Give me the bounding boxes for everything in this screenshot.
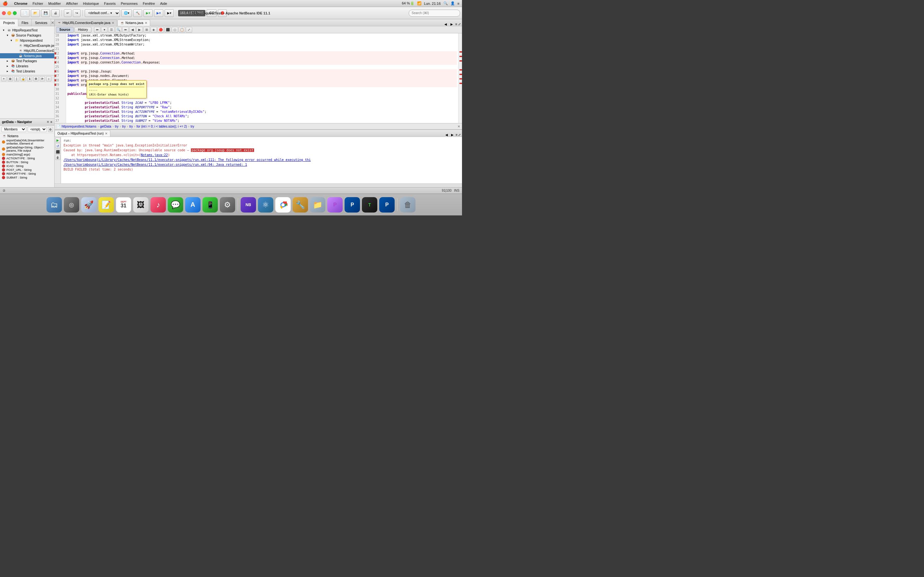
toggle-lh-btn[interactable]: ⊞ — [144, 27, 150, 33]
empty-select[interactable]: <empty> — [27, 127, 47, 132]
dock-git[interactable]: 🔧 — [292, 197, 308, 213]
menu-modifier[interactable]: Modifier — [46, 0, 63, 7]
output-content[interactable]: run: Exception in thread "main" java.lan… — [61, 137, 462, 183]
nav-class-notams[interactable]: ☕ Notams — [0, 133, 54, 139]
sync-btn[interactable]: ⟳ — [40, 76, 45, 81]
bc-part-3[interactable]: try — [115, 125, 118, 128]
save-btn[interactable]: 💾 — [41, 9, 50, 17]
navigator-close[interactable]: ✕ — [47, 120, 49, 124]
output-maximize[interactable]: ⤢ — [458, 133, 461, 137]
tab-notams[interactable]: ☕ Notams.java ✕ — [118, 19, 150, 26]
dock-settings[interactable]: ⚙ — [220, 197, 235, 213]
nav-field-posturl[interactable]: POST_URL : String — [0, 168, 54, 172]
dock-terminal[interactable]: T — [362, 197, 377, 213]
dock-messages[interactable]: 💬 — [168, 197, 183, 213]
members-select[interactable]: Members — [1, 127, 26, 132]
tree-libraries[interactable]: ▸ 📚 Libraries — [0, 63, 54, 69]
nav-field-submit[interactable]: SUBMIT : String — [0, 176, 54, 179]
nav-method-main[interactable]: main(String[] args) — [0, 153, 54, 156]
dock-whatsapp[interactable]: 📱 — [202, 197, 218, 213]
dock-atom[interactable]: ⚛ — [258, 197, 273, 213]
output-next[interactable]: ▶ — [450, 133, 455, 137]
new-project-btn[interactable]: 📄 — [21, 9, 29, 17]
menu-fenetre[interactable]: Fenêtre — [140, 0, 158, 7]
layout-btn[interactable]: ⊞ — [8, 76, 13, 81]
menu-historique[interactable]: Historique — [81, 0, 102, 7]
tab-notams-close[interactable]: ✕ — [145, 21, 147, 25]
filter-btn[interactable]: ⚙ — [33, 76, 39, 81]
undo-btn[interactable]: ↩ — [64, 9, 71, 17]
history-btn[interactable]: History — [74, 27, 91, 33]
editor-menu[interactable]: ≡ — [455, 23, 457, 26]
nav-field-actiontype[interactable]: ACTIONTYPE : String — [0, 156, 54, 160]
forward-navigate-btn[interactable]: ▾ — [101, 27, 107, 33]
tree-package[interactable]: ▾ 📁 httpsrequesttest — [0, 38, 54, 43]
search-menu-icon[interactable]: 🔍 — [443, 1, 448, 5]
dock-siri[interactable]: ◎ — [64, 197, 79, 213]
tree-file-httpurl[interactable]: ☕ HttpURLConnectionExample.java — [0, 48, 54, 53]
next-btn[interactable]: ▶ — [136, 27, 143, 33]
tab-httpurl-close[interactable]: ✕ — [111, 21, 114, 25]
dock-launchpad[interactable]: 🚀 — [81, 197, 97, 213]
breadcrumb-close[interactable]: ✕ — [457, 125, 460, 128]
open-project-btn[interactable]: 📂 — [31, 9, 40, 17]
print-btn[interactable]: 🖨 — [51, 9, 60, 17]
output-prev[interactable]: ◀ — [444, 133, 449, 137]
tasks-btn[interactable]: 📋 — [179, 27, 185, 33]
menu-personnes[interactable]: Personnes — [118, 0, 140, 7]
dock-music[interactable]: ♪ — [150, 197, 166, 213]
tree-project-root[interactable]: ▾ 🗂 HttpsRequestTest — [0, 27, 54, 33]
nav-config-btn[interactable]: ⚙ — [48, 127, 53, 132]
menu-extra[interactable]: ≡ — [457, 2, 459, 5]
tab-services[interactable]: Services — [32, 19, 51, 26]
bc-part-4[interactable]: try — [122, 125, 126, 128]
connect-btn[interactable]: ↕ — [46, 76, 51, 81]
editor-nav-next[interactable]: ▶ — [449, 23, 454, 26]
toggle-rh-btn[interactable]: 🔴 — [158, 27, 164, 33]
nav-method-getdata[interactable]: getData(Map<String, Object> params, File… — [0, 145, 54, 153]
run-again-btn[interactable]: ▶ — [55, 137, 60, 143]
close-window-btn[interactable] — [2, 11, 6, 15]
menu-aide[interactable]: Aide — [158, 0, 170, 7]
prev-btn[interactable]: ◀ — [129, 27, 136, 33]
search-code-btn[interactable]: 🔍 — [115, 27, 121, 33]
bc-part-5[interactable]: try — [129, 125, 133, 128]
output-menu[interactable]: ≡ — [456, 133, 457, 137]
rerun-btn[interactable]: ↺ — [55, 143, 60, 148]
search-input[interactable] — [409, 10, 460, 17]
output-hscroll[interactable] — [55, 183, 462, 187]
dock-finder2[interactable]: 📁 — [310, 197, 325, 213]
maximize-window-btn[interactable] — [13, 11, 17, 15]
menu-favoris[interactable]: Favoris — [102, 0, 118, 7]
dock-chrome[interactable] — [275, 197, 291, 213]
info-btn[interactable]: ℹ — [27, 76, 32, 81]
dock-trash[interactable]: 🗑 — [400, 197, 415, 213]
run-config-btn[interactable]: 🌐▾ — [121, 9, 132, 17]
build-btn[interactable]: 🔨 — [133, 9, 142, 17]
minimize-window-btn[interactable] — [7, 11, 11, 15]
add-group-btn[interactable]: + — [1, 76, 6, 81]
stop-btn[interactable]: ⬛ — [165, 27, 171, 33]
editor-maximize[interactable]: ⤢ — [458, 23, 461, 26]
output-tab-close[interactable]: ✕ — [105, 132, 107, 135]
dock-finder[interactable]: 🗂 — [47, 197, 62, 213]
user-icon[interactable]: 👤 — [451, 1, 455, 5]
dock-paypal[interactable]: P — [344, 197, 360, 213]
dock-paypal2[interactable]: P — [379, 197, 395, 213]
nav-field-icao[interactable]: ICAO : String — [0, 164, 54, 168]
force-gc-btn[interactable]: 🔴 — [218, 9, 227, 17]
bc-part-6[interactable]: for (int i = 0; i < tables.size(); i += … — [136, 125, 187, 128]
stop-output-btn[interactable]: ⬛ — [55, 149, 60, 154]
redo-btn[interactable]: ↪ — [73, 9, 81, 17]
menu-chrome[interactable]: Chrome — [11, 0, 30, 7]
dock-netbeans[interactable]: NB — [241, 197, 256, 213]
dock-appstore[interactable]: A — [185, 197, 200, 213]
find-usages-btn[interactable]: ⬅ — [122, 27, 129, 33]
vertical-btn[interactable]: | — [14, 76, 19, 81]
source-btn[interactable]: Source — [56, 27, 74, 33]
gc-btn[interactable]: GC — [207, 9, 216, 17]
diff-btn[interactable]: ◈ — [150, 27, 157, 33]
menu-fichier[interactable]: Fichier — [30, 0, 46, 7]
back-navigate-btn[interactable]: ⬅ — [94, 27, 100, 33]
profile-btn[interactable]: ▶▾ — [165, 9, 174, 17]
